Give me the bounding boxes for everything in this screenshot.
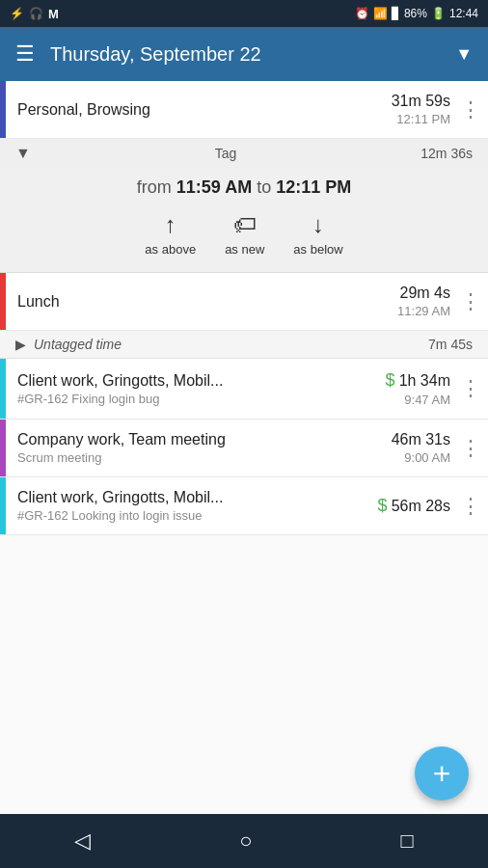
billable-icon: $ [386,370,395,391]
tag-start-time: 11:59 AM [176,177,252,197]
entry-client-work-1: Client work, Gringotts, Mobil... #GR-162… [0,359,488,420]
entry-title: Lunch [17,293,382,311]
entry-title: Client work, Gringotts, Mobil... [17,372,370,390]
tag-action-as-new[interactable]: 🏷 as new [225,211,264,257]
entry-menu-button[interactable]: ⋮ [454,359,488,419]
entry-right: $ 1h 34m 9:47 AM [378,359,454,419]
entry-right: $ 56m 28s [370,477,454,534]
header-date-title: Thursday, September 22 [50,43,440,66]
tag-header[interactable]: ▼ Tag 12m 36s [0,139,488,168]
entry-subtitle: #GR-162 Fixing login bug [17,392,370,406]
bottom-navigation: ◁ ○ □ [0,814,488,868]
header: ☰ Thursday, September 22 ▼ [0,27,488,81]
content-area: Personal, Browsing 31m 59s 12:11 PM ⋮ ▼ … [0,81,488,814]
billable-icon: $ [378,496,388,516]
m-icon: M [48,7,59,21]
signal-icon: ▊ [392,7,400,20]
entry-title: Personal, Browsing [17,101,376,119]
entry-duration-row: $ 56m 28s [378,496,450,516]
back-button[interactable]: ◁ [74,828,91,854]
tag-action-as-above[interactable]: ↑ as above [145,211,196,257]
entry-company-work: Company work, Team meeting Scrum meeting… [0,420,488,477]
usb-icon: ⚡ [10,7,24,20]
entry-lunch: Lunch 29m 4s 11:29 AM ⋮ [0,273,488,331]
fab-plus-icon: + [433,756,451,792]
entry-right: 29m 4s 11:29 AM [390,273,454,330]
entry-time: 11:29 AM [397,304,450,318]
entry-duration: 56m 28s [392,498,450,515]
entry-duration: 29m 4s [400,285,450,302]
tag-end-time: 12:11 PM [276,177,351,197]
entry-right: 31m 59s 12:11 PM [384,81,454,138]
entry-subtitle: #GR-162 Looking into login issue [17,508,363,523]
entry-time: 9:00 AM [404,450,450,465]
entry-menu-button[interactable]: ⋮ [454,273,488,330]
untagged-label: Untagged time [34,337,122,352]
entry-time: 9:47 AM [404,393,450,407]
wifi-icon: 📶 [373,7,388,20]
entry-title: Client work, Gringotts, Mobil... [17,489,363,506]
entry-body: Lunch [6,273,390,330]
entry-body: Personal, Browsing [6,81,384,138]
battery-icon: 🔋 [431,7,446,20]
entry-duration-row: $ 1h 34m [386,370,450,391]
tag-action-above-label: as above [145,242,196,257]
tag-time-range: from 11:59 AM to 12:11 PM [137,177,351,198]
tag-from-label: from [137,177,176,197]
entry-duration: 1h 34m [399,372,450,390]
entry-duration: 46m 31s [392,431,450,448]
untagged-chevron-icon: ▶ [15,337,26,352]
tag-action-below-label: as below [293,242,342,257]
entry-menu-button[interactable]: ⋮ [454,477,488,534]
tag-action-as-below[interactable]: ↓ as below [293,211,342,257]
entry-menu-button[interactable]: ⋮ [454,81,488,138]
status-left-icons: ⚡ 🎧 M [10,7,59,21]
entry-time: 12:11 PM [396,112,450,126]
arrow-up-icon: ↑ [165,211,176,238]
entry-body: Client work, Gringotts, Mobil... #GR-162… [6,359,378,419]
tag-to-label: to [257,177,276,197]
entry-client-work-2: Client work, Gringotts, Mobil... #GR-162… [0,477,488,535]
entry-menu-button[interactable]: ⋮ [454,420,488,476]
home-button[interactable]: ○ [239,828,252,854]
tag-duration: 12m 36s [420,146,473,161]
status-bar: ⚡ 🎧 M ⏰ 📶 ▊ 86% 🔋 12:44 [0,0,488,27]
tag-icon: 🏷 [233,211,257,238]
entry-title: Company work, Team meeting [17,431,376,448]
entry-subtitle: Scrum meeting [17,450,376,465]
tag-actions: ↑ as above 🏷 as new ↓ as below [145,211,342,257]
untagged-left: ▶ Untagged time [15,337,122,352]
recents-button[interactable]: □ [401,828,414,854]
tag-detail: from 11:59 AM to 12:11 PM ↑ as above 🏷 a… [0,168,488,272]
status-right-icons: ⏰ 📶 ▊ 86% 🔋 12:44 [355,7,478,20]
untagged-time-row[interactable]: ▶ Untagged time 7m 45s [0,331,488,359]
alarm-icon: ⏰ [355,7,369,20]
clock-display: 12:44 [449,7,478,20]
fab-add-button[interactable]: + [415,746,469,800]
tag-label: Tag [215,146,237,161]
tag-chevron-icon: ▼ [15,145,31,162]
headset-icon: 🎧 [29,7,43,20]
date-dropdown-icon[interactable]: ▼ [455,44,473,65]
untagged-duration: 7m 45s [428,337,473,352]
tag-section: ▼ Tag 12m 36s from 11:59 AM to 12:11 PM … [0,139,488,273]
entry-duration: 31m 59s [392,93,450,110]
entry-body: Client work, Gringotts, Mobil... #GR-162… [6,477,370,534]
entry-right: 46m 31s 9:00 AM [384,420,454,476]
entry-personal-browsing: Personal, Browsing 31m 59s 12:11 PM ⋮ [0,81,488,139]
tag-action-new-label: as new [225,242,264,257]
arrow-down-icon: ↓ [312,211,324,238]
entry-body: Company work, Team meeting Scrum meeting [6,420,384,476]
battery-label: 86% [404,7,427,20]
hamburger-menu[interactable]: ☰ [15,41,35,67]
